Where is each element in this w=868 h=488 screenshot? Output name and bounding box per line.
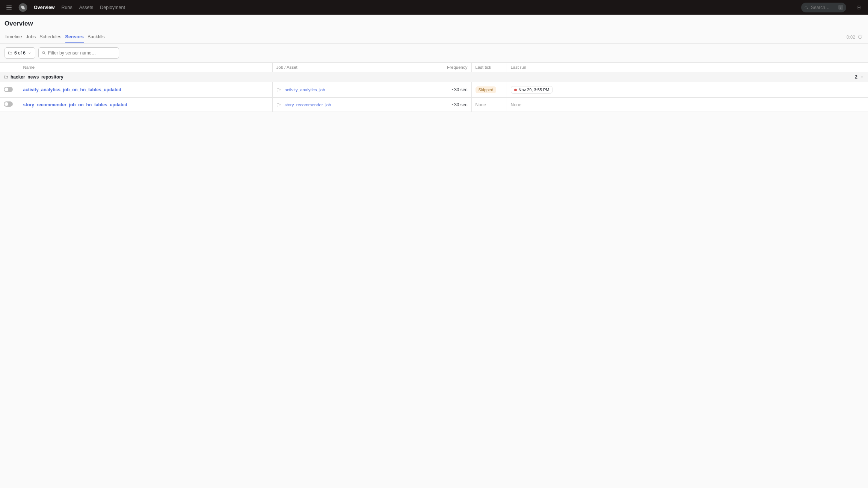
tab-sensors[interactable]: Sensors xyxy=(65,31,84,43)
last-run-pill[interactable]: Nov 29, 3:55 PM xyxy=(511,86,553,94)
chevron-down-icon xyxy=(27,51,32,55)
gear-icon xyxy=(856,5,862,10)
tab-jobs[interactable]: Jobs xyxy=(26,31,36,43)
svg-point-9 xyxy=(277,103,278,104)
folder-icon xyxy=(4,75,8,79)
repository-count: 2 xyxy=(855,74,857,80)
nav-overview[interactable]: Overview xyxy=(34,5,55,10)
caret-down-icon[interactable] xyxy=(860,75,864,79)
filter-input[interactable] xyxy=(48,50,116,56)
last-run-none: None xyxy=(511,102,522,107)
sensor-toggle[interactable] xyxy=(4,101,13,107)
svg-point-1 xyxy=(805,6,807,8)
secondary-tabs: Timeline Jobs Schedules Sensors Backfill… xyxy=(0,31,868,44)
svg-point-3 xyxy=(858,7,860,8)
sensors-table: Name Job / Asset Frequency Last tick Las… xyxy=(0,62,868,112)
sensor-toggle[interactable] xyxy=(4,87,13,92)
frequency-cell: ~30 sec xyxy=(443,98,471,112)
search-hotkey-badge: / xyxy=(838,5,843,10)
svg-point-7 xyxy=(277,91,278,91)
hamburger-menu-button[interactable] xyxy=(5,3,14,12)
sensor-name-link[interactable]: story_recommender_job_on_hn_tables_updat… xyxy=(23,102,127,107)
job-icon xyxy=(276,87,282,92)
tab-backfills[interactable]: Backfills xyxy=(88,31,105,43)
sensor-row: activity_analytics_job_on_hn_tables_upda… xyxy=(0,82,868,98)
job-icon xyxy=(276,102,282,107)
svg-point-4 xyxy=(42,51,45,54)
search-icon xyxy=(42,51,46,55)
nav-assets[interactable]: Assets xyxy=(79,5,94,10)
logo[interactable] xyxy=(18,3,28,12)
nav-runs[interactable]: Runs xyxy=(62,5,72,10)
tab-schedules[interactable]: Schedules xyxy=(39,31,61,43)
frequency-cell: ~30 sec xyxy=(443,82,471,98)
col-name: Name xyxy=(17,63,272,72)
search-box[interactable]: / xyxy=(801,3,846,12)
folder-icon xyxy=(8,51,12,55)
filter-input-wrapper xyxy=(38,47,119,59)
svg-line-5 xyxy=(45,54,46,55)
svg-line-2 xyxy=(807,8,808,9)
sensor-name-link[interactable]: activity_analytics_job_on_hn_tables_upda… xyxy=(23,87,121,92)
page-title: Overview xyxy=(0,15,868,31)
svg-point-11 xyxy=(280,104,281,105)
col-toggle xyxy=(0,63,17,72)
search-input[interactable] xyxy=(811,5,836,10)
nav-links: Overview Runs Assets Deployment xyxy=(34,5,125,10)
svg-point-10 xyxy=(277,106,278,106)
status-dot-failed-icon xyxy=(514,89,517,91)
last-tick-pill[interactable]: Skipped xyxy=(476,86,497,93)
nav-deployment[interactable]: Deployment xyxy=(100,5,125,10)
repository-select[interactable]: 6 of 6 xyxy=(5,47,35,59)
repo-select-label: 6 of 6 xyxy=(14,50,26,56)
filter-row: 6 of 6 xyxy=(0,44,868,62)
last-tick-none: None xyxy=(476,102,486,107)
job-link[interactable]: activity_analytics_job xyxy=(285,88,325,92)
col-job: Job / Asset xyxy=(272,63,443,72)
refresh-timer: 0:02 xyxy=(847,35,855,40)
top-navbar: Overview Runs Assets Deployment / xyxy=(0,0,868,15)
sensor-row: story_recommender_job_on_hn_tables_updat… xyxy=(0,98,868,112)
repository-group-row: hacker_news_repository 2 xyxy=(0,72,868,82)
svg-point-6 xyxy=(277,88,278,89)
job-link[interactable]: story_recommender_job xyxy=(285,103,331,107)
repository-name[interactable]: hacker_news_repository xyxy=(11,74,63,80)
tab-timeline[interactable]: Timeline xyxy=(5,31,22,43)
col-last-tick: Last tick xyxy=(471,63,507,72)
refresh-button[interactable] xyxy=(857,34,863,40)
col-last-run: Last run xyxy=(507,63,868,72)
search-icon xyxy=(804,5,809,10)
settings-button[interactable] xyxy=(854,3,863,12)
col-frequency: Frequency xyxy=(443,63,471,72)
refresh-icon xyxy=(857,34,863,39)
svg-point-8 xyxy=(280,89,281,90)
